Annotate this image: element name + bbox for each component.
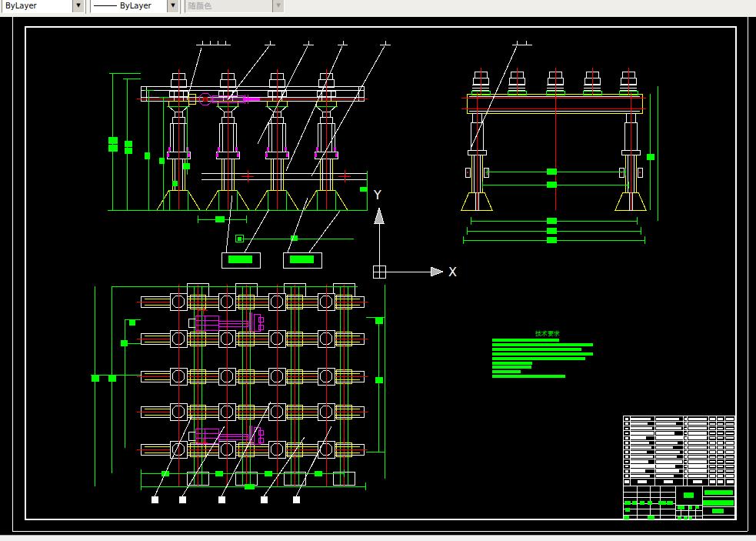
- plan-dimensions: [91, 285, 385, 490]
- bom-qty-blob: [684, 437, 687, 439]
- titleblock-text-blob: [684, 516, 688, 519]
- bom-remark-blob: [726, 451, 734, 453]
- note-line-blob: [492, 339, 559, 342]
- titleblock-text-blob: [695, 506, 699, 509]
- bom-weight-blob: [718, 418, 723, 419]
- bom-seq-blob: [625, 446, 628, 449]
- bom-weight-blob: [710, 446, 715, 448]
- titleblock-text-blob: [648, 516, 654, 519]
- bom-material-blob: [688, 422, 707, 425]
- bom-name-blob: [631, 475, 650, 477]
- titleblock-text-blob: [678, 506, 684, 509]
- bom-weight-blob: [710, 442, 715, 443]
- bom-remark-blob: [726, 442, 734, 443]
- bom-name-blob: [631, 432, 654, 434]
- bom-seq-blob: [625, 418, 628, 420]
- bom-material-blob: [688, 446, 707, 449]
- tech-notes-lines: [492, 339, 593, 378]
- bom-weight-blob: [718, 461, 723, 463]
- bom-weight-blob: [710, 451, 715, 453]
- bom-name-blob: [631, 456, 653, 458]
- bom-weight-blob: [710, 437, 715, 439]
- bom-qty-blob: [684, 466, 687, 468]
- bom-material-blob: [688, 456, 707, 458]
- bom-spec-blob: [656, 456, 677, 458]
- bom-spec-blob: [656, 418, 679, 420]
- bom-weight-blob: [718, 456, 723, 458]
- chevron-down-icon[interactable]: ▼: [167, 0, 178, 12]
- bom-weight-blob: [718, 451, 723, 453]
- bom-remark-blob: [726, 470, 734, 472]
- bom-header-blob: [693, 480, 702, 483]
- bom-qty-blob: [684, 422, 687, 425]
- bom-remark-blob: [726, 437, 734, 439]
- chevron-down-icon[interactable]: ▼: [72, 0, 84, 12]
- titleblock-text-blob: [624, 501, 631, 505]
- bom-weight-blob: [718, 446, 723, 448]
- ucs-x-label: X: [448, 265, 457, 279]
- bom-material-blob: [688, 442, 707, 444]
- bom-qty-blob: [684, 456, 687, 458]
- table-line: [624, 486, 734, 486]
- titleblock-text-blob: [625, 508, 630, 512]
- bom-weight-blob: [710, 456, 715, 458]
- ucs-icon: Y X: [373, 188, 457, 279]
- note-line-blob: [492, 362, 532, 365]
- bom-material-blob: [688, 460, 707, 463]
- bom-material-blob: [688, 465, 707, 467]
- ucs-y-label: Y: [373, 188, 381, 202]
- titleblock-text-blob: [624, 516, 629, 519]
- color-control[interactable]: ByLayer ▼: [2, 0, 85, 13]
- titleblock-text-blob: [648, 501, 652, 505]
- note-line-blob: [492, 366, 531, 369]
- titleblock-text-blob: [689, 506, 692, 509]
- bom-qty-blob: [684, 442, 687, 444]
- note-line-blob: [492, 375, 565, 378]
- bom-weight-blob: [710, 418, 715, 419]
- bom-name-blob: [631, 427, 652, 429]
- bom-weight-blob: [718, 437, 723, 439]
- bom-spec-blob: [656, 436, 683, 439]
- ucs-x-arrow: [431, 267, 443, 276]
- bom-seq-blob: [625, 442, 628, 444]
- bom-weight-blob: [718, 475, 723, 476]
- bom-qty-blob: [684, 446, 687, 449]
- bom-name-blob: [631, 469, 645, 472]
- table-line: [624, 492, 675, 493]
- bom-seq-blob: [625, 451, 628, 453]
- model-space-canvas[interactable]: Y X 技术要求: [0, 17, 756, 535]
- bom-spec-blob: [656, 475, 674, 477]
- note-line-blob: [492, 352, 593, 356]
- bom-remark-blob: [726, 456, 734, 458]
- note-line-blob: [492, 348, 581, 351]
- bom-header-blob: [664, 480, 673, 483]
- bom-weight-blob: [718, 432, 723, 434]
- front-view: [108, 41, 391, 268]
- bom-weight-blob: [710, 475, 715, 476]
- command-line-strip[interactable]: [0, 535, 756, 541]
- toolbar-separator: [85, 0, 88, 14]
- cad-application-window: { "toolbar": { "color_control": { "value…: [0, 0, 756, 541]
- item-number-blob: [218, 496, 225, 503]
- bom-material-blob: [688, 418, 707, 420]
- bom-header-blob: [718, 480, 723, 483]
- bom-name-blob: [631, 436, 646, 439]
- side-beam: [461, 94, 646, 113]
- linetype-control[interactable]: ByLayer ▼: [90, 0, 179, 13]
- titleblock-text-blob: [703, 500, 734, 506]
- bom-remark-blob: [726, 418, 734, 419]
- bom-seq-blob: [625, 456, 628, 458]
- bom-header-blob: [727, 480, 734, 483]
- bom-remark-blob: [726, 475, 734, 476]
- bom-remark-blob: [726, 432, 734, 434]
- bom-seq-blob: [625, 470, 628, 473]
- titleblock-text-blob: [684, 493, 694, 498]
- bom-material-blob: [688, 436, 707, 439]
- bom-header-blob: [624, 480, 629, 483]
- bom-material-blob: [688, 475, 707, 477]
- chevron-down-icon: ▼: [272, 0, 284, 12]
- bom-material-blob: [688, 451, 707, 453]
- titleblock-text-blob: [632, 501, 637, 505]
- bom-seq-blob: [625, 466, 628, 468]
- bom-spec-blob: [656, 465, 675, 467]
